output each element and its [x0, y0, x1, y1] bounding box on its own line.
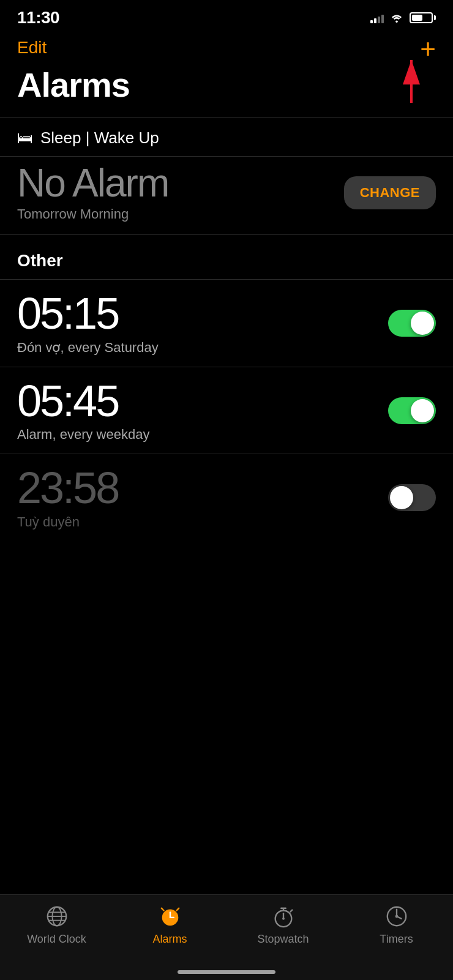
no-alarm-time: No Alarm: [17, 163, 344, 204]
alarm-toggle-2[interactable]: [388, 397, 436, 424]
alarm-item-2[interactable]: 05:45 Alarm, every weekday: [0, 367, 453, 454]
alarm-label-2: Alarm, every weekday: [17, 427, 388, 443]
stopwatch-icon: [272, 905, 295, 928]
timers-icon: [385, 905, 408, 928]
nav-label-timers: Timers: [380, 933, 413, 946]
sleep-wake-header: 🛏 Sleep | Wake Up: [0, 118, 453, 156]
nav-label-stopwatch: Stopwatch: [257, 933, 309, 946]
status-time: 11:30: [17, 8, 59, 28]
edit-button[interactable]: Edit: [17, 36, 47, 60]
header: Edit +: [0, 31, 453, 62]
no-alarm-subtitle: Tomorrow Morning: [17, 206, 344, 222]
no-alarm-info: No Alarm Tomorrow Morning: [17, 163, 344, 222]
alarm-info-1: 05:15 Đón vợ, every Saturday: [17, 291, 388, 356]
alarm-item-1[interactable]: 05:15 Đón vợ, every Saturday: [0, 279, 453, 367]
status-icons: [370, 12, 436, 23]
alarm-toggle-3[interactable]: [388, 484, 436, 511]
toggle-knob-2: [411, 399, 434, 422]
sleep-wake-label: Sleep | Wake Up: [40, 129, 159, 148]
svg-point-20: [395, 915, 398, 918]
alarm-time-2: 05:45: [17, 378, 388, 425]
wifi-icon: [390, 13, 403, 23]
other-section-label: Other: [0, 235, 453, 279]
battery-icon: [410, 12, 436, 23]
bottom-nav: World Clock Alarms Stopwatch: [0, 894, 453, 980]
no-alarm-section: No Alarm Tomorrow Morning CHANGE: [0, 157, 453, 234]
alarm-item-3[interactable]: 23:58 Tuỳ duyên: [0, 454, 453, 541]
alarm-label-1: Đón vợ, every Saturday: [17, 340, 388, 356]
alarm-toggle-1[interactable]: [388, 310, 436, 337]
nav-item-timers[interactable]: Timers: [354, 905, 440, 946]
svg-line-11: [161, 908, 163, 911]
alarm-info-3: 23:58 Tuỳ duyên: [17, 465, 388, 530]
page-title: Alarms: [0, 62, 453, 117]
change-button[interactable]: CHANGE: [344, 176, 436, 209]
bed-icon: 🛏: [17, 129, 33, 148]
nav-label-world-clock: World Clock: [27, 933, 86, 946]
arrow-indicator: [393, 54, 430, 105]
toggle-knob-1: [411, 312, 434, 335]
svg-point-18: [282, 918, 285, 920]
nav-item-alarms[interactable]: Alarms: [127, 905, 213, 946]
signal-icon: [370, 12, 384, 23]
alarm-info-2: 05:45 Alarm, every weekday: [17, 378, 388, 443]
toggle-knob-3: [390, 486, 413, 509]
status-bar: 11:30: [0, 0, 453, 31]
alarm-time-1: 05:15: [17, 291, 388, 337]
alarm-label-3: Tuỳ duyên: [17, 514, 388, 530]
alarm-time-3: 23:58: [17, 465, 388, 512]
svg-line-17: [290, 910, 292, 912]
home-indicator: [178, 970, 275, 974]
world-clock-icon: [45, 905, 69, 928]
alarms-icon: [159, 905, 182, 928]
svg-line-12: [176, 908, 179, 911]
svg-point-0: [395, 20, 398, 23]
nav-item-world-clock[interactable]: World Clock: [14, 905, 100, 946]
nav-label-alarms: Alarms: [152, 933, 187, 946]
nav-item-stopwatch[interactable]: Stopwatch: [241, 905, 326, 946]
